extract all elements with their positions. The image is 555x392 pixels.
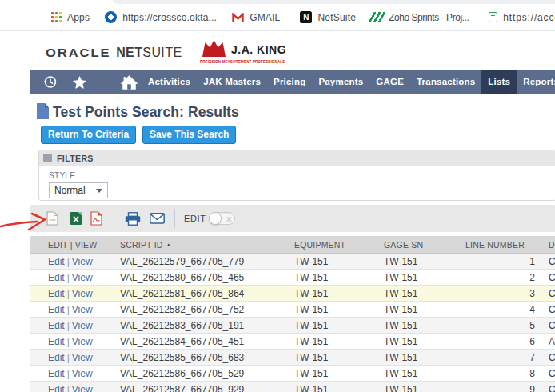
jak-name: J.A. KING (231, 43, 286, 56)
print-icon[interactable] (125, 212, 141, 226)
view-link[interactable]: View (72, 384, 93, 392)
nav-item-transactions[interactable]: Transactions (410, 70, 481, 94)
edit-link[interactable]: Edit (48, 304, 65, 315)
bookmark-label: NetSuite (317, 12, 356, 23)
cell-gage-sn: TW-151 (384, 304, 457, 315)
cell-equipment: TW-151 (294, 320, 384, 331)
bookmark-zoho-sprints-proj[interactable]: Zoho Sprints - Proj... (371, 12, 469, 23)
edit-link[interactable]: Edit (48, 320, 65, 331)
bookmark-label: https://crossco.okta... (122, 12, 217, 23)
row-actions: Edit|View (30, 256, 120, 267)
nav-item-jak-masters[interactable]: JAK Masters (197, 70, 267, 94)
cell-equipment: TW-151 (294, 352, 384, 363)
table-row: Edit|ViewVAL_26212579_667705_779TW-151TW… (30, 254, 555, 270)
green-doc-icon (489, 12, 497, 22)
view-link[interactable]: View (72, 336, 93, 347)
view-link[interactable]: View (72, 320, 93, 331)
style-dropdown-value: Normal (54, 185, 96, 196)
nav-menu: ActivitiesJAK MastersPricingPaymentsGAGE… (142, 70, 555, 94)
toolbar-separator (114, 209, 114, 228)
collapse-icon[interactable] (43, 154, 52, 162)
col-equipment[interactable]: EQUIPMENT (294, 240, 384, 250)
toggle-knob (209, 212, 222, 225)
cell-script-id: VAL_26212583_667705_191 (120, 320, 294, 331)
email-icon[interactable] (150, 213, 165, 224)
view-link[interactable]: View (72, 272, 93, 283)
cell-description: CW (537, 256, 555, 267)
bookmark-https-account[interactable]: https://account (489, 12, 555, 23)
history-icon[interactable] (42, 70, 58, 94)
cell-description: CW (537, 272, 555, 283)
cell-gage-sn: TW-151 (384, 320, 457, 331)
cell-script-id: VAL_26212582_667705_752 (120, 304, 294, 315)
view-link[interactable]: View (72, 288, 93, 299)
cell-equipment: TW-151 (294, 288, 384, 299)
home-icon[interactable] (120, 70, 138, 94)
netsuite-logo-text: NETSUITE (116, 46, 182, 59)
cell-line-number: 8 (457, 368, 537, 379)
col-edit-view[interactable]: EDIT | VIEW (30, 240, 120, 250)
cell-line-number: 7 (457, 352, 537, 363)
return-to-criteria-button[interactable]: Return To Criteria (41, 126, 136, 144)
nav-item-lists[interactable]: Lists (481, 70, 517, 94)
col-line-number[interactable]: LINE NUMBER (457, 240, 537, 250)
nav-item-gage[interactable]: GAGE (369, 70, 410, 94)
toggle-x-icon: X (226, 214, 231, 223)
cell-gage-sn: TW-151 (384, 288, 457, 299)
table-row: Edit|ViewVAL_26212582_667705_752TW-151TW… (30, 302, 555, 318)
edit-link[interactable]: Edit (48, 352, 65, 363)
excel-icon[interactable] (70, 211, 82, 226)
nav-item-activities[interactable]: Activities (142, 70, 197, 94)
bookmark-label: Apps (67, 12, 90, 23)
table-row: Edit|ViewVAL_26212586_667705_529TW-151TW… (30, 366, 555, 382)
cell-script-id: VAL_26212586_667705_529 (120, 368, 294, 379)
edit-toggle[interactable]: X (209, 212, 235, 225)
bookmark-https-crossco-okta[interactable]: https://crossco.okta... (105, 11, 217, 23)
row-actions: Edit|View (30, 304, 120, 315)
style-dropdown[interactable]: Normal (49, 182, 108, 198)
view-link[interactable]: View (72, 352, 93, 363)
save-this-search-button[interactable]: Save This Search (142, 126, 236, 144)
bookmark-label: https://account (503, 12, 555, 23)
table-row: Edit|ViewVAL_26212585_667705_683TW-151TW… (30, 350, 555, 366)
cell-description: CW (537, 368, 555, 379)
nav-item-reports[interactable]: Reports (517, 70, 555, 94)
cell-equipment: TW-151 (294, 336, 384, 347)
table-header: EDIT | VIEW SCRIPT ID▲ EQUIPMENT GAGE SN… (30, 236, 555, 254)
cell-equipment: TW-151 (294, 384, 384, 392)
col-script-id[interactable]: SCRIPT ID▲ (120, 240, 294, 250)
edit-link[interactable]: Edit (48, 272, 65, 283)
bookmark-gmail[interactable]: GMAIL (232, 12, 280, 23)
edit-link[interactable]: Edit (48, 384, 65, 392)
cell-equipment: TW-151 (294, 368, 384, 379)
filters-header[interactable]: FILTERS (39, 150, 555, 166)
cell-gage-sn: TW-151 (384, 336, 457, 347)
cell-line-number: 2 (457, 272, 537, 283)
edit-link[interactable]: Edit (48, 368, 65, 379)
filters-panel: FILTERS STYLE Normal (38, 150, 555, 201)
cell-description: CW (537, 320, 555, 331)
nav-item-pricing[interactable]: Pricing (267, 70, 312, 94)
edit-link[interactable]: Edit (48, 256, 65, 267)
pdf-icon[interactable] (90, 211, 102, 226)
bookmark-label: GMAIL (250, 12, 280, 23)
view-link[interactable]: View (72, 256, 93, 267)
bookmark-netsuite[interactable]: NNetSuite (300, 11, 356, 23)
edit-link[interactable]: Edit (48, 288, 65, 299)
col-gage-sn[interactable]: GAGE SN (384, 240, 457, 250)
view-link[interactable]: View (72, 304, 93, 315)
bookmark-apps[interactable]: Apps (51, 12, 90, 23)
cell-description: Av (537, 336, 555, 347)
col-description[interactable]: DE (537, 240, 555, 250)
row-actions: Edit|View (30, 352, 120, 363)
cell-gage-sn: TW-151 (384, 256, 457, 267)
table-row: Edit|ViewVAL_26212583_667705_191TW-151TW… (30, 318, 555, 334)
star-icon[interactable] (72, 70, 87, 94)
nav-item-payments[interactable]: Payments (312, 70, 369, 94)
row-actions: Edit|View (30, 384, 120, 392)
jak-tagline: PRECISION MEASUREMENT PROFESSIONALS (200, 60, 285, 64)
edit-link[interactable]: Edit (48, 336, 65, 347)
row-actions: Edit|View (30, 272, 120, 283)
cell-script-id: VAL_26212584_667705_451 (120, 336, 294, 347)
view-link[interactable]: View (72, 368, 93, 379)
